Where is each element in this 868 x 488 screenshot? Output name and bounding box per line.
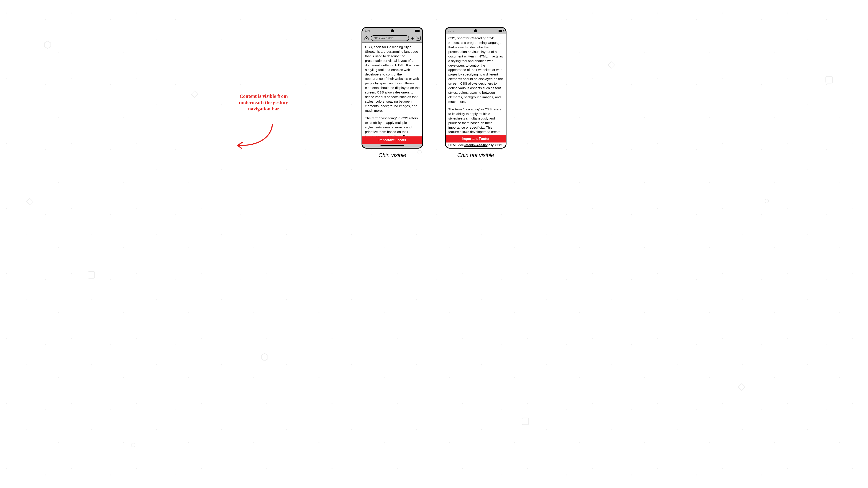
status-bar: 11:45	[446, 28, 506, 34]
phone-mockup-chin-visible: 11:45 https://web.dev/ + 5 CSS, short fo…	[362, 27, 423, 149]
browser-viewport[interactable]: CSS, short for Cascading Style Sheets, i…	[362, 43, 422, 144]
annotation-text: Content is visible from underneath the g…	[237, 93, 291, 112]
paragraph: CSS, short for Cascading Style Sheets, i…	[365, 45, 420, 113]
important-footer[interactable]: Important Footer	[362, 136, 422, 144]
footer-label: Important Footer	[378, 138, 406, 142]
content-under-gesture-bar: HTML documents. Additionally, CSS	[446, 142, 506, 148]
status-bar: 11:45	[362, 28, 422, 34]
page-content: CSS, short for Cascading Style Sheets, i…	[362, 43, 422, 144]
browser-toolbar: https://web.dev/ + 5	[362, 34, 422, 43]
battery-icon	[498, 30, 503, 32]
column-chin-not-visible: 11:45 CSS, short for Cascading Style She…	[445, 27, 506, 158]
important-footer[interactable]: Important Footer	[446, 135, 506, 142]
device-chin	[362, 144, 422, 148]
browser-viewport[interactable]: CSS, short for Cascading Style Sheets, i…	[446, 34, 506, 148]
status-time: 11:45	[365, 30, 370, 32]
diagram-stage: 11:45 https://web.dev/ + 5 CSS, short fo…	[0, 0, 868, 488]
paragraph: CSS, short for Cascading Style Sheets, i…	[448, 36, 503, 104]
url-text: https://web.dev/	[374, 36, 394, 40]
caption-chin-visible: Chin visible	[378, 152, 406, 158]
camera-hole-icon	[391, 29, 394, 32]
status-time: 11:45	[448, 30, 454, 32]
home-icon[interactable]	[364, 36, 369, 40]
column-chin-visible: 11:45 https://web.dev/ + 5 CSS, short fo…	[362, 27, 423, 158]
footer-label: Important Footer	[462, 137, 490, 141]
camera-hole-icon	[474, 29, 477, 32]
new-tab-icon[interactable]: +	[411, 35, 414, 41]
phone-mockup-chin-not-visible: 11:45 CSS, short for Cascading Style She…	[445, 27, 506, 149]
url-input[interactable]: https://web.dev/	[371, 35, 409, 41]
tab-count-button[interactable]: 5	[416, 36, 421, 40]
gesture-bar-icon	[380, 145, 404, 147]
gesture-bar-icon	[464, 145, 488, 147]
battery-icon	[415, 30, 420, 32]
caption-chin-not-visible: Chin not visible	[457, 152, 494, 158]
page-content: CSS, short for Cascading Style Sheets, i…	[446, 34, 506, 148]
